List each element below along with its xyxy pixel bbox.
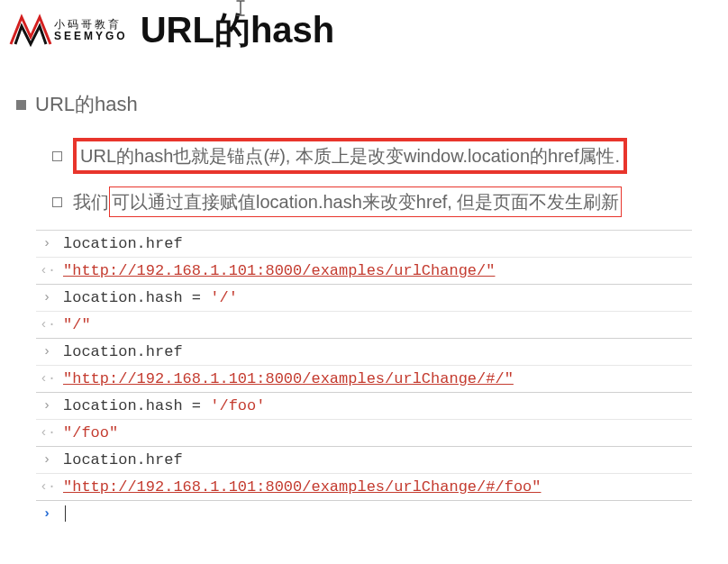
console-output-row: ‹· "http://192.168.1.101:8000/examples/u… [36,474,692,501]
console-code: location.href [63,343,183,360]
console-input-row: › location.href [36,231,692,258]
section-heading-row: URL的hash [16,91,712,118]
chevron-right-icon: › [40,344,54,359]
chevron-right-icon: › [40,506,54,522]
console-input-row: › location.href [36,339,692,366]
console-input-row: › location.href [36,447,692,474]
slide-header: 小码哥教育 SEEMYGO URL的hash [0,0,728,64]
console-output-row: ‹· "/" [36,312,692,339]
console-output-row: ‹· "/foo" [36,420,692,447]
list-item: URL的hash也就是锚点(#), 本质上是改变window.location的… [52,138,712,174]
console-code-lhs: location.hash = [63,289,210,306]
console-output-row: ‹· "http://192.168.1.101:8000/examples/u… [36,258,692,285]
console-output-string: "http://192.168.1.101:8000/examples/urlC… [63,370,514,387]
chevron-left-icon: ‹· [40,479,54,495]
bullet-square-outline-icon [52,151,62,161]
chevron-right-icon: › [40,236,54,251]
brand-logo-en: SEEMYGO [54,31,128,42]
chevron-right-icon: › [40,452,54,468]
bullet-square-filled-icon [16,100,26,110]
brand-logo-text: 小码哥教育 SEEMYGO [54,19,128,41]
console-prompt-row[interactable]: › [36,501,692,526]
chevron-left-icon: ‹· [40,317,54,332]
chevron-left-icon: ‹· [40,425,54,441]
console-code-rhs: '/' [210,289,238,306]
bullet-text-highlighted: 可以通过直接赋值location.hash来改变href, 但是页面不发生刷新 [109,186,622,217]
bullet-square-outline-icon [52,197,62,207]
console-code-lhs: location.hash = [63,397,210,414]
chevron-left-icon: ‹· [40,371,54,387]
console-output-string: "/" [63,316,91,333]
console-panel: › location.href ‹· "http://192.168.1.101… [36,230,692,526]
brand-logo-mark [9,14,52,48]
bullet-text-highlighted: URL的hash也就是锚点(#), 本质上是改变window.location的… [73,138,627,174]
chevron-right-icon: › [40,290,54,305]
console-input-row: › location.hash = '/foo' [36,393,692,420]
section-heading: URL的hash [35,91,138,118]
console-input-row: › location.hash = '/' [36,285,692,312]
chevron-right-icon: › [40,398,54,414]
bullet-prefix: 我们 [73,192,109,212]
console-code: location.hash = '/' [63,289,238,306]
text-caret-icon [234,0,247,16]
console-output-string: "http://192.168.1.101:8000/examples/urlC… [63,478,541,496]
list-item: 我们可以通过直接赋值location.hash来改变href, 但是页面不发生刷… [52,186,712,217]
text-cursor-icon [65,505,66,522]
console-output-row: ‹· "http://192.168.1.101:8000/examples/u… [36,366,692,393]
console-code: location.href [63,451,183,468]
console-code: location.href [63,235,183,252]
content-area: URL的hash URL的hash也就是锚点(#), 本质上是改变window.… [0,64,728,526]
console-code-rhs: '/foo' [210,397,265,414]
console-output-string: "http://192.168.1.101:8000/examples/urlC… [63,262,495,279]
brand-logo-cn: 小码哥教育 [54,19,128,31]
bullet-text: 我们可以通过直接赋值location.hash来改变href, 但是页面不发生刷… [73,186,622,217]
brand-logo: 小码哥教育 SEEMYGO [9,14,128,48]
console-output-string: "/foo" [63,424,118,441]
bullet-list: URL的hash也就是锚点(#), 本质上是改变window.location的… [16,138,712,217]
chevron-left-icon: ‹· [40,263,54,278]
console-code: location.hash = '/foo' [63,397,265,414]
